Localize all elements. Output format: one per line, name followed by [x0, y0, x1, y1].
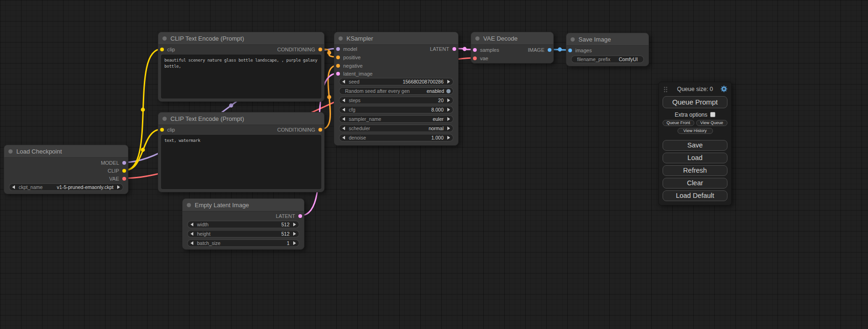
node-vae-decode[interactable]: VAE Decode samples vae IMAGE: [471, 32, 554, 63]
denoise-widget[interactable]: denoise 1.000: [339, 134, 453, 141]
decrement-arrow-icon[interactable]: [342, 126, 345, 130]
sampler-name-widget[interactable]: sampler_name euler: [339, 115, 453, 123]
decrement-arrow-icon[interactable]: [191, 232, 193, 236]
decrement-arrow-icon[interactable]: [342, 136, 345, 140]
widget-value: 512: [281, 231, 289, 237]
drag-handle-icon[interactable]: [663, 86, 668, 92]
input-port-clip[interactable]: [160, 48, 164, 51]
filename-prefix-widget[interactable]: filename_prefix ComfyUI: [571, 56, 644, 63]
increment-arrow-icon[interactable]: [447, 80, 450, 84]
increment-arrow-icon[interactable]: [447, 108, 450, 112]
output-port-conditioning[interactable]: [318, 128, 322, 132]
node-title-bar[interactable]: VAE Decode: [471, 32, 553, 45]
collapse-dot-icon[interactable]: [571, 37, 575, 42]
node-title-bar[interactable]: Load Checkpoint: [4, 145, 128, 158]
collapse-dot-icon[interactable]: [187, 203, 191, 207]
collapse-dot-icon[interactable]: [162, 36, 167, 41]
spacer: [663, 134, 727, 138]
node-clip-text-encode-positive[interactable]: CLIP Text Encode (Prompt) clip CONDITION…: [158, 32, 325, 102]
seed-widget[interactable]: seed 156680208700286: [339, 78, 453, 85]
increment-arrow-icon[interactable]: [293, 232, 296, 236]
cfg-widget[interactable]: cfg 8.000: [339, 106, 453, 113]
width-widget[interactable]: width 512: [187, 221, 299, 228]
clear-button[interactable]: Clear: [663, 178, 727, 189]
height-widget[interactable]: height 512: [187, 230, 299, 238]
decrement-arrow-icon[interactable]: [342, 98, 345, 102]
decrement-arrow-icon[interactable]: [191, 241, 193, 245]
scheduler-widget[interactable]: scheduler normal: [339, 125, 453, 132]
slot-label: LATENT: [430, 46, 449, 52]
queue-prompt-button[interactable]: Queue Prompt: [663, 96, 727, 108]
node-title-bar[interactable]: Save Image: [566, 33, 649, 46]
collapse-dot-icon[interactable]: [475, 36, 480, 41]
node-title-bar[interactable]: Empty Latent Image: [183, 199, 304, 211]
settings-gear-icon[interactable]: [720, 85, 727, 92]
prompt-textarea[interactable]: beautiful scenery nature glass bottle la…: [161, 55, 321, 98]
input-port-images[interactable]: [568, 49, 572, 52]
collapse-dot-icon[interactable]: [339, 36, 343, 41]
view-queue-button[interactable]: View Queue: [696, 120, 728, 126]
save-button[interactable]: Save: [663, 140, 727, 151]
decrement-arrow-icon[interactable]: [342, 108, 345, 112]
input-port-model[interactable]: [336, 47, 340, 51]
output-port-model[interactable]: [122, 161, 126, 165]
extra-options-checkbox[interactable]: [710, 112, 715, 117]
increment-arrow-icon[interactable]: [447, 136, 450, 140]
view-history-button[interactable]: View History: [677, 128, 713, 134]
increment-arrow-icon[interactable]: [117, 185, 120, 189]
node-empty-latent-image[interactable]: Empty Latent Image LATENT width 512 heig…: [182, 198, 304, 250]
collapse-dot-icon[interactable]: [8, 149, 13, 154]
decrement-arrow-icon[interactable]: [12, 185, 15, 189]
load-button[interactable]: Load: [663, 153, 727, 163]
node-save-image[interactable]: Save Image images filename_prefix ComfyU…: [566, 33, 649, 66]
output-port-conditioning[interactable]: [318, 48, 322, 51]
toggle-on-icon[interactable]: [446, 89, 451, 93]
prompt-textarea[interactable]: text, watermark: [161, 135, 321, 189]
link-midpoint-dot: [141, 148, 145, 152]
ckpt-name-widget[interactable]: ckpt_name v1-5-pruned-emaonly.ckpt: [9, 183, 123, 191]
steps-widget[interactable]: steps 20: [339, 97, 453, 104]
increment-arrow-icon[interactable]: [293, 241, 296, 245]
output-port-vae[interactable]: [122, 177, 126, 181]
input-slot-latent-image: latent_image: [336, 70, 373, 77]
node-title-bar[interactable]: CLIP Text Encode (Prompt): [158, 32, 324, 45]
input-port-vae[interactable]: [473, 56, 477, 60]
refresh-button[interactable]: Refresh: [663, 165, 727, 176]
input-port-negative[interactable]: [336, 64, 340, 68]
node-clip-text-encode-negative[interactable]: CLIP Text Encode (Prompt) clip CONDITION…: [158, 112, 325, 192]
node-ksampler[interactable]: KSampler model positive negative latent_…: [334, 32, 459, 146]
input-port-latent-image[interactable]: [336, 72, 340, 76]
collapse-dot-icon[interactable]: [162, 117, 167, 121]
increment-arrow-icon[interactable]: [447, 126, 450, 130]
decrement-arrow-icon[interactable]: [342, 80, 345, 84]
input-port-positive[interactable]: [336, 56, 340, 59]
input-slot-clip: clip: [160, 46, 175, 53]
batch-size-widget[interactable]: batch_size 1: [187, 239, 299, 247]
increment-arrow-icon[interactable]: [447, 98, 450, 102]
input-port-samples[interactable]: [473, 48, 477, 52]
node-title-bar[interactable]: CLIP Text Encode (Prompt): [158, 112, 324, 125]
output-slot-latent: LATENT: [276, 212, 302, 220]
output-port-image[interactable]: [548, 48, 551, 52]
graph-canvas[interactable]: Load Checkpoint MODEL CLIP VAE ckpt_name…: [0, 0, 868, 329]
load-default-button[interactable]: Load Default: [663, 190, 727, 201]
output-slot-vae: VAE: [109, 175, 126, 182]
node-load-checkpoint[interactable]: Load Checkpoint MODEL CLIP VAE ckpt_name…: [4, 145, 128, 194]
input-slot-clip: clip: [160, 126, 175, 133]
increment-arrow-icon[interactable]: [293, 223, 296, 226]
slot-label: MODEL: [101, 160, 119, 166]
node-title-bar[interactable]: KSampler: [334, 32, 458, 45]
queue-front-button[interactable]: Queue Front: [663, 120, 694, 126]
widget-value: normal: [429, 126, 444, 131]
random-seed-toggle-widget[interactable]: Random seed after every gen enabled: [339, 87, 453, 95]
decrement-arrow-icon[interactable]: [191, 223, 193, 226]
input-port-clip[interactable]: [160, 128, 164, 132]
increment-arrow-icon[interactable]: [447, 117, 450, 121]
slot-label: VAE: [109, 176, 119, 182]
output-port-latent[interactable]: [298, 214, 302, 218]
widget-name: batch_size: [197, 240, 220, 246]
output-port-clip[interactable]: [122, 169, 126, 173]
decrement-arrow-icon[interactable]: [342, 117, 345, 121]
output-port-latent[interactable]: [452, 47, 456, 51]
output-slot-model: MODEL: [101, 159, 126, 167]
